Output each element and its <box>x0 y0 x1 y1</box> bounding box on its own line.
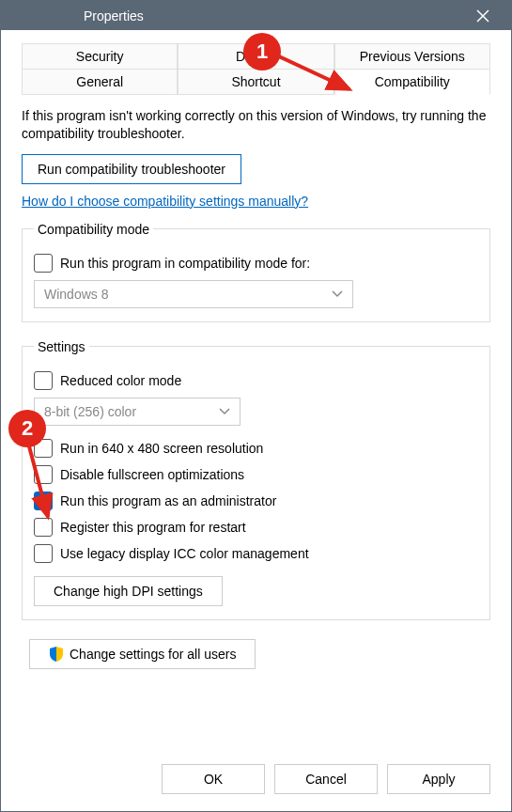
compatibility-mode-group: Compatibility mode Run this program in c… <box>22 222 490 322</box>
annotation-badge-2: 2 <box>8 410 46 447</box>
color-mode-selected: 8-bit (256) color <box>44 404 136 419</box>
close-icon <box>476 9 489 23</box>
compat-mode-select[interactable]: Windows 8 <box>34 280 353 308</box>
ok-button[interactable]: OK <box>162 764 265 794</box>
annotation-arrow-1 <box>279 52 364 99</box>
cancel-button[interactable]: Cancel <box>274 764 378 794</box>
reduced-color-checkbox[interactable] <box>34 371 53 390</box>
run-troubleshooter-button[interactable]: Run compatibility troubleshooter <box>22 154 241 184</box>
change-all-users-label: Change settings for all users <box>70 647 236 662</box>
settings-group: Settings Reduced color mode 8-bit (256) … <box>22 339 490 620</box>
intro-text: If this program isn't working correctly … <box>22 107 490 143</box>
color-mode-select[interactable]: 8-bit (256) color <box>34 398 240 426</box>
compat-mode-label: Run this program in compatibility mode f… <box>60 256 310 271</box>
close-button[interactable] <box>462 1 504 30</box>
svg-line-0 <box>279 56 349 89</box>
apply-button[interactable]: Apply <box>387 764 490 794</box>
dialog-content: Security Details Previous Versions Gener… <box>1 30 511 686</box>
low-res-label: Run in 640 x 480 screen resolution <box>60 441 263 456</box>
disable-fullscreen-label: Disable fullscreen optimizations <box>60 467 244 482</box>
dialog-buttons: OK Cancel Apply <box>162 764 490 794</box>
reduced-color-label: Reduced color mode <box>60 373 181 388</box>
register-restart-label: Register this program for restart <box>60 520 246 535</box>
legacy-icc-checkbox[interactable] <box>34 544 53 563</box>
compatibility-mode-legend: Compatibility mode <box>34 222 153 237</box>
shield-icon <box>49 647 64 662</box>
legacy-icc-label: Use legacy display ICC color management <box>60 546 309 561</box>
chevron-down-icon <box>332 290 343 298</box>
tab-general[interactable]: General <box>22 69 178 95</box>
help-link[interactable]: How do I choose compatibility settings m… <box>22 194 490 209</box>
compat-mode-checkbox[interactable] <box>34 254 53 273</box>
settings-legend: Settings <box>34 339 89 354</box>
tab-security[interactable]: Security <box>22 43 178 70</box>
svg-line-1 <box>29 446 48 517</box>
compat-mode-selected: Windows 8 <box>44 287 108 302</box>
run-as-admin-label: Run this program as an administrator <box>60 493 276 508</box>
annotation-arrow-2 <box>22 446 59 531</box>
change-all-users-button[interactable]: Change settings for all users <box>29 639 256 669</box>
chevron-down-icon <box>219 408 230 415</box>
window-title: Properties <box>84 8 144 23</box>
titlebar: Properties <box>1 1 511 30</box>
annotation-badge-1: 1 <box>243 33 281 70</box>
high-dpi-button[interactable]: Change high DPI settings <box>34 576 223 606</box>
